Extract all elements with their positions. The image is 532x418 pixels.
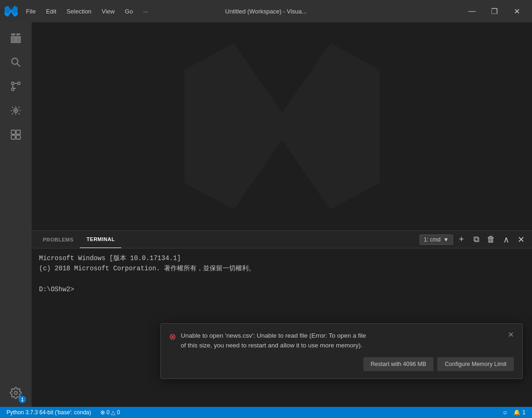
kill-terminal-button[interactable]: 🗑 <box>485 233 498 246</box>
notification-popup: ⊗ Unable to open 'news.csv': Unable to r… <box>160 323 523 379</box>
sidebar-item-search[interactable] <box>5 51 27 73</box>
search-icon <box>10 56 22 68</box>
terminal-line-2: (c) 2018 Microsoft Corporation. 著作權所有，並保… <box>39 263 525 274</box>
menu-go[interactable]: Go <box>120 6 138 17</box>
smiley-status[interactable]: ☺ <box>500 407 510 418</box>
split-terminal-button[interactable]: ⧉ <box>470 233 483 246</box>
statusbar-right: ☺ 🔔 1 <box>500 407 527 418</box>
main-area: 1 PROBLEMS TERMINAL 1: cmd ▼ + <box>0 22 532 407</box>
svg-rect-10 <box>16 130 20 134</box>
window-title: Untitled (Workspace) - Visua... <box>225 8 307 15</box>
terminal-tab-controls: 1: cmd ▼ + ⧉ 🗑 ∧ ✕ <box>420 233 527 246</box>
activity-bar: 1 <box>0 22 32 407</box>
python-status[interactable]: Python 3.7.3 64-bit ('base': conda) <box>5 407 93 418</box>
menu-view[interactable]: View <box>97 6 119 17</box>
svg-rect-12 <box>16 135 20 139</box>
tab-terminal[interactable]: TERMINAL <box>80 231 121 248</box>
notification-actions: Restart with 4096 MB Configure Memory Li… <box>169 357 514 371</box>
terminal-selector-label: 1: cmd <box>424 236 440 243</box>
menu-edit[interactable]: Edit <box>41 6 61 17</box>
editor-area: PROBLEMS TERMINAL 1: cmd ▼ + ⧉ 🗑 ∧ ✕ Mic… <box>32 22 532 407</box>
svg-rect-9 <box>11 130 15 134</box>
statusbar-left: Python 3.7.3 64-bit ('base': conda) ⊗ 0 … <box>5 407 122 418</box>
terminal-selector-arrow: ▼ <box>443 236 449 243</box>
notification-message: Unable to open 'news.csv': Unable to rea… <box>181 331 503 351</box>
svg-point-5 <box>18 82 20 85</box>
notification-header: ⊗ Unable to open 'news.csv': Unable to r… <box>169 331 514 351</box>
terminal-line-1: Microsoft Windows [版本 10.0.17134.1] <box>39 253 525 263</box>
python-status-label: Python 3.7.3 64-bit ('base': conda) <box>7 409 91 416</box>
settings-gear[interactable]: 1 <box>5 382 27 404</box>
editor-content <box>32 22 532 230</box>
svg-point-8 <box>15 110 17 111</box>
menu-file[interactable]: File <box>21 6 40 17</box>
sidebar-item-source-control[interactable] <box>5 75 27 98</box>
notification-line2: of this size, you need to restart and al… <box>181 342 362 349</box>
smiley-icon: ☺ <box>502 409 508 416</box>
explorer-icon <box>10 32 22 44</box>
titlebar: File Edit Selection View Go ··· Untitled… <box>0 0 532 22</box>
tab-problems[interactable]: PROBLEMS <box>36 231 80 248</box>
menu-more[interactable]: ··· <box>138 6 153 17</box>
notification-bell-status[interactable]: 🔔 1 <box>512 407 527 418</box>
svg-rect-0 <box>11 33 15 34</box>
svg-rect-1 <box>16 33 20 34</box>
terminal-prompt: D:\OShw2> <box>39 284 525 294</box>
statusbar: Python 3.7.3 64-bit ('base': conda) ⊗ 0 … <box>0 407 532 418</box>
vscode-watermark <box>166 29 398 224</box>
close-button[interactable]: ✕ <box>506 4 527 19</box>
bell-icon: 🔔 <box>513 409 520 416</box>
svg-rect-11 <box>11 135 15 139</box>
extensions-icon <box>10 129 22 141</box>
errors-warnings-label: ⊗ 0 △ 0 <box>100 409 120 416</box>
source-control-icon <box>10 80 22 92</box>
panel-tabs: PROBLEMS TERMINAL 1: cmd ▼ + ⧉ 🗑 ∧ ✕ <box>32 231 532 248</box>
maximize-panel-button[interactable]: ∧ <box>499 233 512 246</box>
errors-warnings-status[interactable]: ⊗ 0 △ 0 <box>99 407 122 418</box>
sidebar-item-debug[interactable] <box>5 99 27 122</box>
settings-badge: 1 <box>19 396 26 403</box>
menu-selection[interactable]: Selection <box>62 6 96 17</box>
debug-icon <box>10 104 22 117</box>
notification-count: 1 <box>522 409 525 416</box>
vscode-logo-icon <box>5 5 18 18</box>
maximize-button[interactable]: ❐ <box>484 4 505 19</box>
terminal-line-3 <box>39 274 525 284</box>
sidebar-item-extensions[interactable] <box>5 124 27 146</box>
restart-button[interactable]: Restart with 4096 MB <box>363 357 434 371</box>
minimize-button[interactable]: — <box>461 4 483 19</box>
window-controls: — ❐ ✕ <box>461 4 527 19</box>
svg-point-4 <box>12 82 14 85</box>
notification-line1: Unable to open 'news.csv': Unable to rea… <box>181 332 366 339</box>
error-icon: ⊗ <box>169 332 176 342</box>
new-terminal-button[interactable]: + <box>455 233 468 246</box>
configure-memory-button[interactable]: Configure Memory Limit <box>437 357 514 371</box>
notification-close-button[interactable]: ✕ <box>508 330 514 339</box>
panel: PROBLEMS TERMINAL 1: cmd ▼ + ⧉ 🗑 ∧ ✕ Mic… <box>32 230 532 407</box>
close-panel-button[interactable]: ✕ <box>514 233 527 246</box>
terminal-selector[interactable]: 1: cmd ▼ <box>420 235 453 245</box>
sidebar-item-explorer[interactable] <box>5 27 27 49</box>
svg-line-3 <box>17 64 20 66</box>
